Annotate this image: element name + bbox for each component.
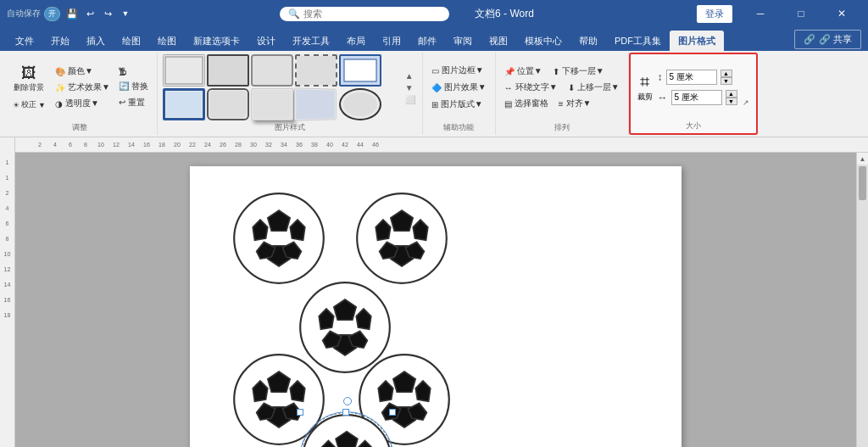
undo-icon[interactable]: ↩ xyxy=(81,5,98,22)
send-backward-label: 上移一层▼ xyxy=(577,81,620,93)
save-icon[interactable]: 💾 xyxy=(64,5,81,22)
share-button[interactable]: 🔗 🔗 共享 xyxy=(794,30,861,49)
tab-new[interactable]: 新建选项卡 xyxy=(185,31,248,51)
tab-ref[interactable]: 引用 xyxy=(374,31,409,51)
expand-gallery-arrow[interactable]: ⬜ xyxy=(403,94,417,105)
title-bar: 自动保存 开 💾 ↩ ↪ ▼ 🔍 文档6 - Word 登录 ─ □ ✕ xyxy=(0,0,868,27)
style-thumb-3[interactable] xyxy=(251,54,293,87)
style-thumb-10[interactable] xyxy=(339,88,381,120)
art-effects-label: 艺术效果▼ xyxy=(68,81,110,93)
change-label: 替换 xyxy=(131,81,148,92)
reset-button[interactable]: ↩ 重置 xyxy=(115,95,152,110)
color-button[interactable]: 🎨 颜色▼ xyxy=(52,64,114,79)
style-thumb-7[interactable] xyxy=(207,88,249,120)
compress-icon: 🗜 xyxy=(119,67,127,76)
art-effects-button[interactable]: ✨ 艺术效果▼ xyxy=(52,80,114,95)
tab-view[interactable]: 视图 xyxy=(481,31,516,51)
style-thumb-6[interactable] xyxy=(163,88,205,120)
transparency-button[interactable]: ◑ 透明度▼ xyxy=(52,96,114,111)
picture-layout-icon: ⊞ xyxy=(431,100,438,109)
selection-pane-button[interactable]: ▤ 选择窗格 xyxy=(501,96,552,111)
style-thumb-5[interactable] xyxy=(339,54,381,87)
tab-draw2[interactable]: 绘图 xyxy=(149,31,185,51)
soccer-ball-2[interactable] xyxy=(355,192,448,285)
handle-tm[interactable] xyxy=(342,409,349,416)
group-adjust: 🖼 删除背景 ☀ 校正 ▼ 🎨 颜色▼ ✨ 艺术效果▼ xyxy=(3,53,158,135)
tab-layout[interactable]: 布局 xyxy=(338,31,374,51)
more-quick-icon[interactable]: ▼ xyxy=(117,5,134,22)
picture-layout-button[interactable]: ⊞ 图片版式▼ xyxy=(428,97,487,112)
scroll-up-button[interactable]: ▲ xyxy=(857,153,868,165)
minimize-button[interactable]: ─ xyxy=(741,0,780,27)
bring-forward-icon: ⬆ xyxy=(553,67,559,76)
width-icon: ↔ xyxy=(658,92,668,103)
tab-dev[interactable]: 开发工具 xyxy=(284,31,338,51)
redo-icon[interactable]: ↪ xyxy=(99,5,116,22)
rotate-handle[interactable] xyxy=(343,397,352,405)
tab-review[interactable]: 审阅 xyxy=(445,31,481,51)
style-thumb-8[interactable] xyxy=(251,88,293,120)
tab-template[interactable]: 模板中心 xyxy=(516,31,570,51)
style-thumb-4[interactable] xyxy=(295,54,337,87)
correct-button[interactable]: ☀ 校正 ▼ xyxy=(8,97,50,113)
width-input[interactable] xyxy=(671,90,722,105)
page: 🖼 xyxy=(190,166,682,447)
tab-insert[interactable]: 插入 xyxy=(78,31,114,51)
width-spin-down[interactable]: ▼ xyxy=(726,98,737,105)
align-label: 对齐▼ xyxy=(566,98,592,109)
height-spin-down[interactable]: ▼ xyxy=(721,77,732,85)
scroll-up-arrow[interactable]: ▲ xyxy=(403,70,417,81)
compress-button[interactable]: 🗜 xyxy=(115,65,152,78)
width-spin-up[interactable]: ▲ xyxy=(726,90,737,98)
size-expand-button[interactable]: ↗ xyxy=(743,98,749,107)
bring-forward-button[interactable]: ⬆ 下移一层▼ xyxy=(549,64,608,79)
scroll-thumb[interactable] xyxy=(859,166,866,200)
tab-mail[interactable]: 邮件 xyxy=(409,31,445,51)
remove-bg-button[interactable]: 🖼 删除背景 xyxy=(8,62,50,96)
group-size: ⌗ 裁剪 ↕ ▲ ▼ ↔ xyxy=(629,53,758,135)
tab-design[interactable]: 设计 xyxy=(248,31,284,51)
position-button[interactable]: 📌 位置▼ xyxy=(501,64,546,79)
ruler-mark: 8 xyxy=(6,231,9,246)
ruler-mark: 1 xyxy=(6,170,9,185)
wrap-text-button[interactable]: ↔ 环绕文字▼ xyxy=(501,80,561,95)
tab-draw[interactable]: 绘图 xyxy=(114,31,149,51)
tab-pdf[interactable]: PDF工具集 xyxy=(606,31,670,51)
style-thumb-9[interactable] xyxy=(294,87,337,121)
picture-effects-button[interactable]: 🔷 图片效果▼ xyxy=(428,80,490,95)
tab-picture-format[interactable]: 图片格式 xyxy=(670,31,724,51)
restore-button[interactable]: □ xyxy=(782,0,821,27)
soccer-ball-1[interactable] xyxy=(232,192,326,285)
style-thumb-1[interactable] xyxy=(163,54,205,87)
ruler-mark: 4 xyxy=(6,200,9,215)
style-thumb-2[interactable] xyxy=(207,54,249,87)
balls-container: 🖼 xyxy=(207,183,665,438)
svg-rect-8 xyxy=(209,91,247,118)
page-area[interactable]: 🖼 xyxy=(15,153,856,447)
svg-rect-6 xyxy=(344,59,376,81)
handle-tl[interactable] xyxy=(297,409,303,416)
tab-home[interactable]: 开始 xyxy=(42,31,78,51)
send-backward-button[interactable]: ⬇ 上移一层▼ xyxy=(565,80,623,95)
crop-button[interactable]: ⌗ 裁剪 xyxy=(637,72,653,103)
height-input[interactable] xyxy=(666,70,717,85)
tab-file[interactable]: 文件 xyxy=(7,31,42,51)
change-button[interactable]: 🔄 替换 xyxy=(115,79,152,94)
search-input[interactable] xyxy=(303,8,431,19)
tab-help[interactable]: 帮助 xyxy=(570,31,606,51)
picture-border-button[interactable]: ▭ 图片边框▼ xyxy=(428,63,487,78)
title-bar-left: 自动保存 开 💾 ↩ ↪ ▼ xyxy=(7,5,134,22)
align-button[interactable]: ≡ 对齐▼ xyxy=(555,96,595,111)
group-picture-styles: ▲ ▼ ⬜ 图片样式 xyxy=(158,53,423,135)
position-label: 位置▼ xyxy=(517,65,542,77)
style-gallery-scroll: ▲ ▼ ⬜ xyxy=(403,70,417,105)
login-button[interactable]: 登录 xyxy=(697,5,732,23)
autosave-toggle[interactable]: 开 xyxy=(44,7,60,21)
handle-tr[interactable] xyxy=(389,409,396,416)
height-spin-up[interactable]: ▲ xyxy=(721,70,732,77)
selection-pane-icon: ▤ xyxy=(504,99,512,109)
aux-content: ▭ 图片边框▼ 🔷 图片效果▼ ⊞ 图片版式▼ xyxy=(428,54,490,120)
close-button[interactable]: ✕ xyxy=(822,0,861,27)
group-auxiliary: ▭ 图片边框▼ 🔷 图片效果▼ ⊞ 图片版式▼ 辅助功能 xyxy=(423,53,496,135)
scroll-down-arrow[interactable]: ▼ xyxy=(403,82,417,93)
